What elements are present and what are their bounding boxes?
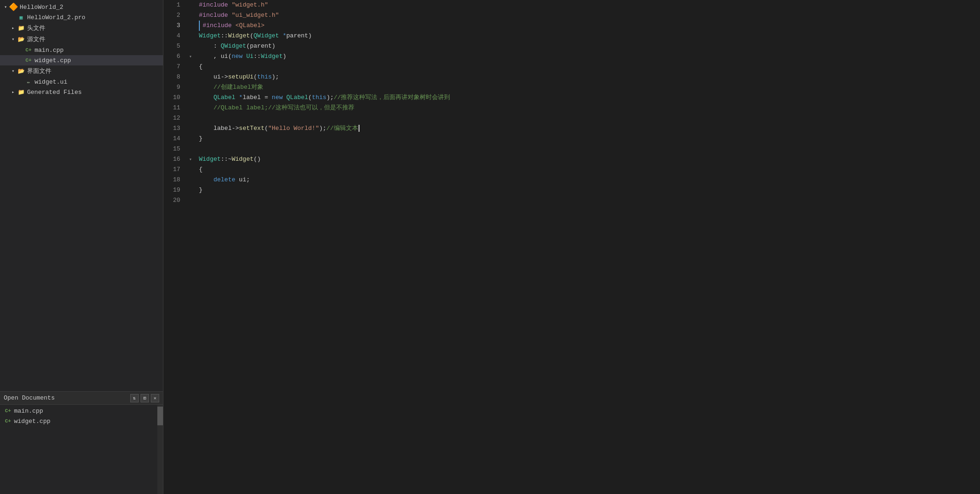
cpp-icon-open-main: C+: [4, 407, 12, 415]
folder-generated[interactable]: 📁 Generated Files: [0, 87, 163, 97]
sidebar: 🔶 HelloWorld_2 ▦ HelloWorld_2.pro 📁 头文件 …: [0, 0, 163, 494]
ln-16: 16: [171, 154, 180, 165]
pro-icon: ▦: [17, 14, 25, 21]
project-root[interactable]: 🔶 HelloWorld_2: [0, 2, 163, 12]
folder-ui-icon: 📂: [17, 67, 25, 75]
fold-5: [186, 41, 195, 51]
file-main-cpp[interactable]: C+ main.cpp: [0, 45, 163, 55]
ln-8: 8: [171, 72, 180, 82]
ln-5: 5: [171, 41, 180, 51]
code-line-10: QLabel *label = new QLabel(this);//推荐这种写…: [199, 93, 980, 103]
folder-headers[interactable]: 📁 头文件: [0, 22, 163, 34]
fold-2: [186, 10, 195, 21]
folder-generated-label: Generated Files: [27, 89, 82, 96]
open-docs-controls: ⇅ ⊞ ✕: [130, 394, 159, 402]
split-button[interactable]: ⊞: [141, 394, 149, 402]
code-line-20: [199, 195, 980, 206]
fold-16[interactable]: ▾: [186, 154, 195, 165]
fold-15: [186, 144, 195, 154]
code-line-17: {: [199, 165, 980, 175]
fold-column: ▾ ▾: [186, 0, 195, 494]
code-line-6: , ui(new Ui::Widget): [199, 51, 980, 62]
code-line-13: label->setText("Hello World!");//编辑文本: [199, 123, 980, 134]
open-docs-scrollbar[interactable]: [157, 405, 163, 494]
open-doc-main-cpp[interactable]: C+ main.cpp: [0, 406, 157, 416]
fold-4: [186, 31, 195, 41]
project-icon: 🔶: [9, 3, 18, 11]
code-editor[interactable]: #include "widget.h" #include "ui_widget.…: [195, 0, 980, 494]
open-docs-panel: Open Documents ⇅ ⊞ ✕ C+ main.cpp C+ widg…: [0, 391, 163, 494]
fold-8: [186, 72, 195, 82]
code-line-8: ui->setupUi(this);: [199, 72, 980, 82]
open-doc-main-label: main.cpp: [14, 408, 43, 415]
ln-6: 6: [171, 51, 180, 62]
ln-10: 10: [171, 93, 180, 103]
ln-14: 14: [171, 134, 180, 144]
fold-12: [186, 113, 195, 123]
ln-19: 19: [171, 185, 180, 195]
cpp-icon-widget: C+: [24, 57, 33, 64]
ln-13: 13: [171, 123, 180, 134]
folder-ui-label: 界面文件: [27, 67, 51, 75]
fold-9: [186, 82, 195, 93]
ln-18: 18: [171, 175, 180, 185]
code-line-15: [199, 144, 980, 154]
open-docs-body: C+ main.cpp C+ widget.cpp: [0, 405, 163, 494]
file-main-cpp-label: main.cpp: [35, 47, 63, 54]
expand-arrow-headers: [9, 24, 17, 32]
fold-13: [186, 123, 195, 134]
folder-headers-icon: 📁: [17, 24, 25, 32]
ln-9: 9: [171, 82, 180, 93]
fold-6[interactable]: ▾: [186, 51, 195, 62]
folder-sources-icon: 📂: [17, 36, 25, 43]
expand-arrow-project: [2, 3, 9, 11]
ln-11: 11: [171, 103, 180, 113]
ln-15: 15: [171, 144, 180, 154]
file-widget-ui-label: widget.ui: [35, 79, 67, 86]
fold-17: [186, 165, 195, 175]
expand-arrow-sources: [9, 36, 17, 43]
code-line-14: }: [199, 134, 980, 144]
project-name: HelloWorld_2: [20, 4, 63, 11]
code-line-11: //QLabel label;//这种写法也可以，但是不推荐: [199, 103, 980, 113]
code-line-19: }: [199, 185, 980, 195]
folder-ui[interactable]: 📂 界面文件: [0, 65, 163, 77]
folder-sources[interactable]: 📂 源文件: [0, 34, 163, 45]
fold-20: [186, 195, 195, 206]
code-line-9: //创建label对象: [199, 82, 980, 93]
fold-11: [186, 103, 195, 113]
open-docs-list: C+ main.cpp C+ widget.cpp: [0, 405, 157, 494]
scrollbar-thumb: [157, 407, 163, 425]
open-doc-widget-label: widget.cpp: [14, 418, 50, 425]
close-all-button[interactable]: ✕: [151, 394, 159, 402]
fold-7: [186, 62, 195, 72]
file-widget-ui[interactable]: ✏ widget.ui: [0, 77, 163, 87]
ln-1: 1: [171, 0, 180, 10]
expand-arrow-ui: [9, 67, 17, 75]
editor-area[interactable]: 1 2 3 4 5 6 7 8 9 10 11 12 13 14 15 16 1…: [163, 0, 980, 494]
ln-20: 20: [171, 195, 180, 206]
code-line-2: #include "ui_widget.h": [199, 10, 980, 21]
file-pro-label: HelloWorld_2.pro: [27, 14, 85, 21]
code-line-1: #include "widget.h": [199, 0, 980, 10]
code-line-5: : QWidget(parent): [199, 41, 980, 51]
file-tree: 🔶 HelloWorld_2 ▦ HelloWorld_2.pro 📁 头文件 …: [0, 0, 163, 391]
folder-sources-label: 源文件: [27, 35, 45, 43]
code-line-16: Widget::~Widget(): [199, 154, 980, 165]
sort-button[interactable]: ⇅: [130, 394, 139, 402]
cpp-icon-main: C+: [24, 46, 33, 54]
open-doc-widget-cpp[interactable]: C+ widget.cpp: [0, 416, 157, 426]
code-line-7: {: [199, 62, 980, 72]
code-line-3: #include <QLabel>: [199, 21, 980, 31]
file-widget-cpp-label: widget.cpp: [35, 57, 71, 64]
fold-18: [186, 175, 195, 185]
folder-generated-icon: 📁: [17, 88, 25, 96]
ln-4: 4: [171, 31, 180, 41]
ln-7: 7: [171, 62, 180, 72]
code-line-18: delete ui;: [199, 175, 980, 185]
code-line-12: [199, 113, 980, 123]
file-pro[interactable]: ▦ HelloWorld_2.pro: [0, 12, 163, 22]
code-line-4: Widget::Widget(QWidget *parent): [199, 31, 980, 41]
file-widget-cpp[interactable]: C+ widget.cpp: [0, 55, 163, 65]
expand-arrow-generated: [9, 88, 17, 96]
